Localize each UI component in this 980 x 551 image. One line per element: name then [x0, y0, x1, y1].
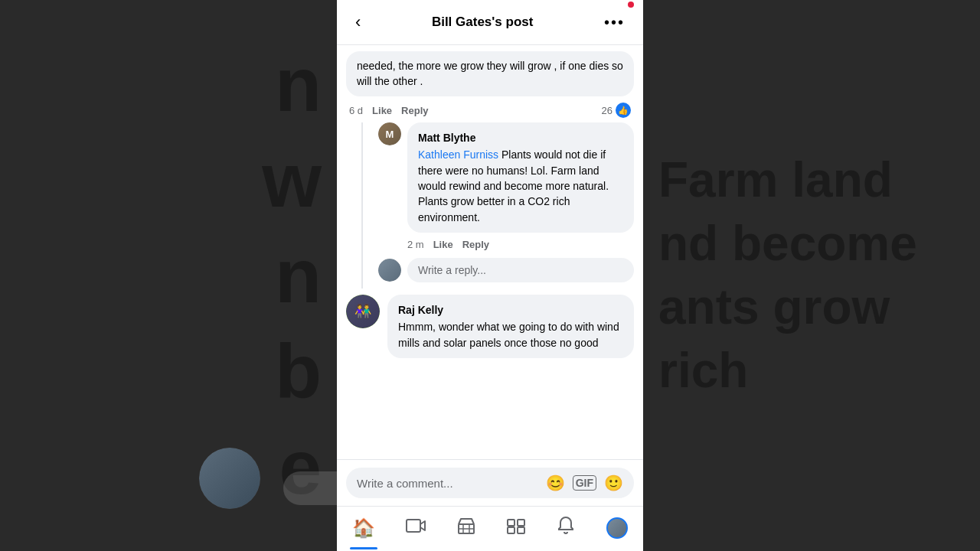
comment-input-row[interactable]: Write a comment... 😊 GIF 🙂 — [346, 468, 634, 498]
bg-left-text: nwnbe — [262, 37, 322, 515]
video-icon — [406, 517, 426, 539]
nav-marketplace[interactable] — [448, 514, 485, 543]
sticker-icon[interactable]: 😊 — [546, 474, 565, 492]
raj-avatar-face: 👫 — [346, 295, 380, 328]
background-right: Farm landnd becomeants growrich — [643, 0, 980, 551]
svg-rect-5 — [508, 520, 514, 526]
svg-rect-6 — [518, 520, 524, 526]
page-title: Bill Gates's post — [432, 15, 534, 30]
matt-avatar-face: M — [378, 122, 401, 145]
raj-comment-row: 👫 Raj Kelly Hmmm, wonder what we going t… — [346, 295, 634, 358]
phone-frame: ‹ Bill Gates's post ••• needed, the more… — [337, 0, 643, 551]
write-reply-input[interactable]: Write a reply... — [407, 258, 634, 282]
matt-like-button[interactable]: Like — [433, 239, 453, 250]
bell-icon — [557, 516, 575, 540]
comment-time: 6 d — [349, 105, 363, 116]
nav-menu[interactable] — [497, 514, 535, 543]
reply-button[interactable]: Reply — [401, 105, 428, 116]
store-icon — [457, 517, 475, 540]
input-icons-row: 😊 GIF 🙂 — [546, 474, 623, 492]
like-button[interactable]: Like — [372, 105, 392, 116]
red-dot-indicator — [628, 2, 634, 8]
svg-rect-7 — [508, 527, 514, 533]
partial-comment-bubble: needed, the more we grow they will grow … — [346, 51, 634, 96]
comment-input-bar: Write a comment... 😊 GIF 🙂 — [337, 459, 643, 506]
nav-notifications[interactable] — [547, 513, 584, 543]
nav-video[interactable] — [397, 514, 435, 542]
home-active-indicator — [350, 547, 377, 549]
matt-comment-actions: 2 m Like Reply — [378, 236, 634, 255]
partial-comment-actions: 6 d Like Reply 26 👍 — [346, 99, 634, 122]
matt-comment-row: M Matt Blythe Kathleen Furniss Plants wo… — [378, 122, 634, 233]
matt-avatar: M — [378, 122, 401, 145]
comment-input-placeholder[interactable]: Write a comment... — [357, 477, 540, 490]
like-count-row: 26 👍 — [602, 103, 631, 118]
matt-comment-bubble: Matt Blythe Kathleen Furniss Plants woul… — [407, 122, 634, 233]
bg-avatar — [199, 448, 260, 509]
emoji-icon[interactable]: 🙂 — [604, 474, 623, 492]
svg-rect-8 — [518, 527, 524, 533]
raj-comment-text: Hmmm, wonder what we going to do with wi… — [398, 321, 619, 348]
raj-comment-bubble: Raj Kelly Hmmm, wonder what we going to … — [387, 295, 634, 358]
write-reply-row: Write a reply... — [378, 255, 634, 289]
user-avatar-face — [378, 259, 401, 282]
matt-author-name: Matt Blythe — [418, 130, 623, 145]
user-small-avatar — [378, 259, 401, 282]
menu-icon — [506, 517, 526, 540]
like-count-number: 26 — [602, 105, 612, 116]
reply-thread: M Matt Blythe Kathleen Furniss Plants wo… — [361, 122, 634, 289]
matt-comment-time: 2 m — [407, 239, 424, 250]
top-bar: ‹ Bill Gates's post ••• — [337, 0, 643, 45]
partial-comment-text: needed, the more we grow they will grow … — [357, 60, 623, 87]
thumbs-up-icon: 👍 — [616, 103, 631, 118]
matt-mention[interactable]: Kathleen Furniss — [418, 148, 498, 161]
comments-scroll-area[interactable]: needed, the more we grow they will grow … — [337, 45, 643, 459]
raj-avatar: 👫 — [346, 295, 380, 328]
svg-rect-0 — [407, 520, 420, 532]
nav-profile[interactable] — [597, 514, 637, 542]
matt-reply-button[interactable]: Reply — [462, 239, 489, 250]
profile-avatar-icon — [606, 517, 628, 539]
nav-home[interactable]: 🏠 — [343, 514, 384, 542]
more-options-button[interactable]: ••• — [598, 11, 631, 34]
bg-right-text: Farm landnd becomeants growrich — [658, 148, 917, 403]
gif-button[interactable]: GIF — [573, 475, 596, 491]
nav-bar: 🏠 — [337, 506, 643, 551]
home-icon: 🏠 — [352, 517, 375, 539]
background-left: nwnbe — [0, 0, 337, 551]
back-button[interactable]: ‹ — [349, 9, 367, 35]
raj-author-name: Raj Kelly — [398, 302, 623, 318]
